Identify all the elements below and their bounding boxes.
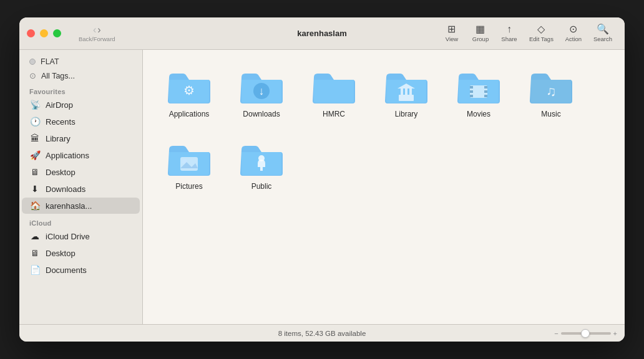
sidebar-item-documents[interactable]: 📄 Documents: [22, 262, 140, 278]
icloud-desktop-icon: 🖥: [29, 248, 41, 258]
icloud-drive-label: iCloud Drive: [46, 232, 90, 241]
search-icon: 🔍: [597, 24, 609, 34]
applications-label: Applications: [46, 151, 89, 160]
back-forward-group[interactable]: ‹ › Back/Forward: [79, 24, 115, 42]
close-button[interactable]: [27, 29, 35, 37]
sidebar-item-applications[interactable]: 🚀 Applications: [22, 147, 140, 163]
traffic-lights: [27, 29, 61, 37]
status-text: 8 items, 52.43 GB available: [278, 330, 366, 337]
file-item-applications[interactable]: ⚙ Applications: [158, 62, 220, 125]
file-item-downloads[interactable]: ↓ Downloads: [230, 62, 293, 125]
file-item-library[interactable]: Library: [375, 62, 437, 125]
public-file-label: Public: [251, 182, 272, 192]
action-button[interactable]: ⊙ Action: [560, 22, 587, 45]
view-button[interactable]: ⊞ View: [438, 22, 466, 45]
sidebar: FLAT ⊙ All Tags... Favourites 📡 AirDrop …: [19, 50, 143, 324]
file-area: ⚙ Applications ↓ Downloads: [143, 50, 625, 324]
downloads-file-label: Downloads: [243, 110, 280, 120]
file-item-movies[interactable]: Movies: [447, 62, 510, 125]
action-label: Action: [565, 36, 582, 42]
title-bar: ‹ › Back/Forward karenhaslam ⊞ View ▦ Gr…: [19, 17, 625, 50]
sidebar-item-all-tags[interactable]: ⊙ All Tags...: [22, 69, 140, 83]
file-item-hmrc[interactable]: HMRC: [303, 62, 365, 125]
flat-dot-icon: [29, 59, 36, 65]
group-icon: ▦: [476, 24, 485, 34]
back-forward-label: Back/Forward: [79, 36, 115, 42]
slider-thumb[interactable]: [581, 329, 590, 338]
share-button[interactable]: ↑ Share: [495, 22, 523, 45]
share-icon: ↑: [507, 24, 512, 34]
view-icon: ⊞: [447, 24, 456, 34]
minimize-button[interactable]: [40, 29, 48, 37]
recents-label: Recents: [46, 117, 76, 127]
svg-rect-9: [470, 86, 473, 89]
karenhaslam-label: karenhasla...: [46, 201, 92, 211]
documents-label: Documents: [46, 266, 87, 275]
file-item-pictures[interactable]: Pictures: [158, 135, 220, 197]
svg-rect-14: [484, 95, 487, 97]
search-label: Search: [593, 36, 612, 42]
sidebar-item-karenhaslam[interactable]: 🏠 karenhasla...: [22, 198, 140, 214]
svg-text:♫: ♫: [546, 84, 557, 99]
all-tags-label: All Tags...: [41, 72, 75, 80]
sidebar-item-downloads[interactable]: ⬇ Downloads: [22, 181, 140, 197]
icloud-section-label: iCloud: [19, 214, 142, 228]
all-tags-icon: ⊙: [29, 71, 36, 80]
zoom-slider[interactable]: − +: [554, 330, 617, 337]
desktop-label: Desktop: [46, 168, 76, 177]
favourites-section-label: Favourites: [19, 83, 142, 97]
desktop-icon: 🖥: [29, 167, 41, 177]
documents-icon: 📄: [29, 265, 41, 275]
svg-text:↓: ↓: [259, 85, 265, 97]
share-label: Share: [501, 36, 517, 42]
sidebar-item-icloud-drive[interactable]: ☁ iCloud Drive: [22, 228, 140, 244]
window-title: karenhaslam: [297, 29, 347, 38]
group-button[interactable]: ▦ Group: [467, 22, 494, 45]
zoom-in-icon: +: [613, 330, 617, 337]
applications-folder-icon: ⚙: [167, 67, 212, 105]
edit-tags-button[interactable]: ◇ Edit Tags: [524, 22, 559, 45]
group-label: Group: [472, 36, 489, 42]
file-item-public[interactable]: Public: [230, 135, 293, 197]
recents-icon: 🕐: [29, 117, 41, 127]
sidebar-item-recents[interactable]: 🕐 Recents: [22, 113, 140, 130]
edit-tags-label: Edit Tags: [529, 36, 554, 42]
back-forward-arrows: ‹ ›: [93, 24, 101, 36]
downloads-label: Downloads: [46, 184, 85, 194]
svg-rect-11: [470, 95, 473, 97]
svg-rect-13: [484, 90, 487, 93]
library-folder-icon: [384, 67, 429, 105]
files-grid: ⚙ Applications ↓ Downloads: [158, 62, 610, 196]
file-item-music[interactable]: ♫ Music: [520, 62, 582, 125]
icloud-desktop-label: Desktop: [46, 249, 76, 258]
downloads-folder-icon: ↓: [239, 67, 284, 105]
karenhaslam-icon: 🏠: [29, 201, 41, 211]
movies-file-label: Movies: [467, 110, 490, 120]
svg-rect-3: [399, 95, 414, 101]
maximize-button[interactable]: [53, 29, 61, 37]
forward-arrow-icon: ›: [97, 24, 100, 36]
flat-label: FLAT: [41, 57, 59, 66]
svg-rect-12: [484, 86, 487, 89]
svg-rect-4: [401, 89, 403, 95]
main-content: FLAT ⊙ All Tags... Favourites 📡 AirDrop …: [19, 50, 625, 324]
hmrc-file-label: HMRC: [323, 110, 345, 120]
music-file-label: Music: [541, 110, 560, 120]
hmrc-folder-icon: [311, 67, 356, 105]
pictures-file-label: Pictures: [175, 182, 202, 192]
library-icon: 🏛: [29, 133, 41, 143]
svg-text:⚙: ⚙: [183, 84, 195, 97]
downloads-icon: ⬇: [29, 184, 41, 194]
sidebar-item-airdrop[interactable]: 📡 AirDrop: [22, 97, 140, 113]
applications-icon: 🚀: [29, 150, 41, 160]
sidebar-item-icloud-desktop[interactable]: 🖥 Desktop: [22, 245, 140, 261]
icloud-drive-icon: ☁: [29, 231, 41, 241]
sidebar-item-desktop[interactable]: 🖥 Desktop: [22, 164, 140, 180]
movies-folder-icon: [456, 67, 501, 105]
sidebar-item-flat[interactable]: FLAT: [22, 55, 140, 69]
sidebar-item-library[interactable]: 🏛 Library: [22, 130, 140, 146]
toolbar-right: ⊞ View ▦ Group ↑ Share ◇ Edit Tags ⊙ Act…: [438, 22, 617, 45]
search-button[interactable]: 🔍 Search: [588, 22, 617, 45]
public-folder-icon: [239, 140, 284, 177]
airdrop-label: AirDrop: [46, 100, 73, 110]
